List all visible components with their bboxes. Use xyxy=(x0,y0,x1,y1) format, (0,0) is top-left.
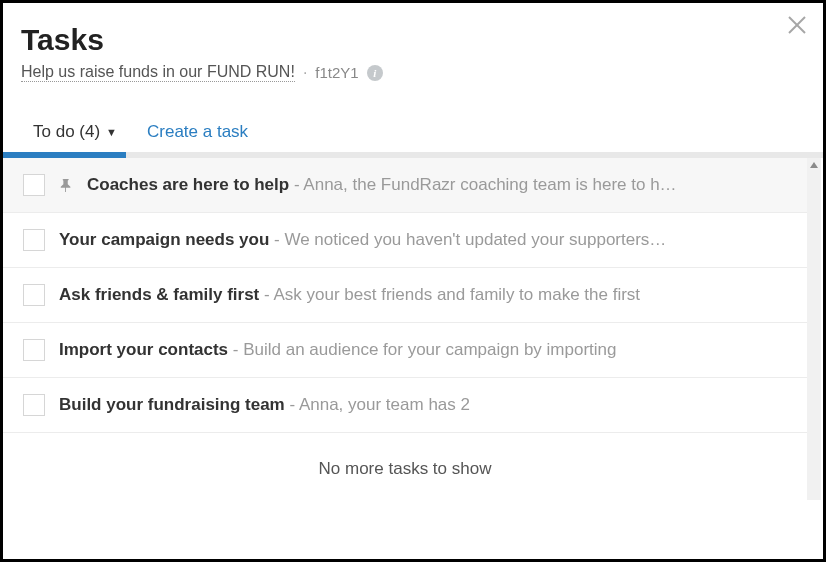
task-list-area: Coaches are here to help - Anna, the Fun… xyxy=(3,158,823,500)
task-title: Your campaign needs you xyxy=(59,230,269,249)
tasks-dialog: Tasks Help us raise funds in our FUND RU… xyxy=(0,0,826,562)
task-checkbox[interactable] xyxy=(23,394,45,416)
task-text: Your campaign needs you - We noticed you… xyxy=(59,230,793,250)
page-title: Tasks xyxy=(21,23,805,57)
info-icon[interactable]: i xyxy=(367,65,383,81)
subtitle-row: Help us raise funds in our FUND RUN! · f… xyxy=(21,63,805,82)
task-title: Coaches are here to help xyxy=(87,175,289,194)
svg-marker-2 xyxy=(810,162,818,168)
task-row[interactable]: Ask friends & family first - Ask your be… xyxy=(3,268,807,323)
task-separator: - xyxy=(289,175,303,194)
task-title: Import your contacts xyxy=(59,340,228,359)
task-title: Ask friends & family first xyxy=(59,285,259,304)
task-checkbox[interactable] xyxy=(23,339,45,361)
task-text: Import your contacts - Build an audience… xyxy=(59,340,793,360)
task-text: Ask friends & family first - Ask your be… xyxy=(59,285,793,305)
task-separator: - xyxy=(285,395,299,414)
task-row[interactable]: Coaches are here to help - Anna, the Fun… xyxy=(3,158,807,213)
task-preview: Anna, the FundRazr coaching team is here… xyxy=(303,175,676,194)
task-text: Build your fundraising team - Anna, your… xyxy=(59,395,793,415)
close-icon xyxy=(785,13,809,37)
task-row[interactable]: Import your contacts - Build an audience… xyxy=(3,323,807,378)
create-task-link[interactable]: Create a task xyxy=(147,122,248,142)
scrollbar-track[interactable] xyxy=(807,158,821,500)
close-button[interactable] xyxy=(785,13,809,37)
task-preview: Anna, your team has 2 xyxy=(299,395,470,414)
task-title: Build your fundraising team xyxy=(59,395,285,414)
caret-down-icon: ▼ xyxy=(106,126,117,138)
scroll-up-button[interactable] xyxy=(807,158,821,172)
task-preview: Ask your best friends and family to make… xyxy=(273,285,640,304)
tab-todo-label: To do (4) xyxy=(33,122,100,142)
campaign-code: f1t2Y1 xyxy=(315,64,358,81)
tab-todo[interactable]: To do (4) ▼ xyxy=(33,122,117,142)
task-checkbox[interactable] xyxy=(23,174,45,196)
task-checkbox[interactable] xyxy=(23,229,45,251)
campaign-link[interactable]: Help us raise funds in our FUND RUN! xyxy=(21,63,295,82)
no-more-tasks: No more tasks to show xyxy=(3,433,807,505)
chevron-up-icon xyxy=(809,160,819,170)
task-preview: Build an audience for your campaign by i… xyxy=(243,340,616,359)
task-separator: - xyxy=(259,285,273,304)
task-preview: We noticed you haven't updated your supp… xyxy=(284,230,666,249)
task-separator: - xyxy=(228,340,243,359)
task-checkbox[interactable] xyxy=(23,284,45,306)
dialog-content: Tasks Help us raise funds in our FUND RU… xyxy=(3,3,823,152)
task-list: Coaches are here to help - Anna, the Fun… xyxy=(3,158,807,433)
tabs-row: To do (4) ▼ Create a task xyxy=(21,122,805,152)
task-separator: - xyxy=(269,230,284,249)
pin-icon xyxy=(59,178,73,192)
separator-dot: · xyxy=(303,64,307,82)
task-row[interactable]: Build your fundraising team - Anna, your… xyxy=(3,378,807,433)
task-text: Coaches are here to help - Anna, the Fun… xyxy=(87,175,793,195)
task-row[interactable]: Your campaign needs you - We noticed you… xyxy=(3,213,807,268)
